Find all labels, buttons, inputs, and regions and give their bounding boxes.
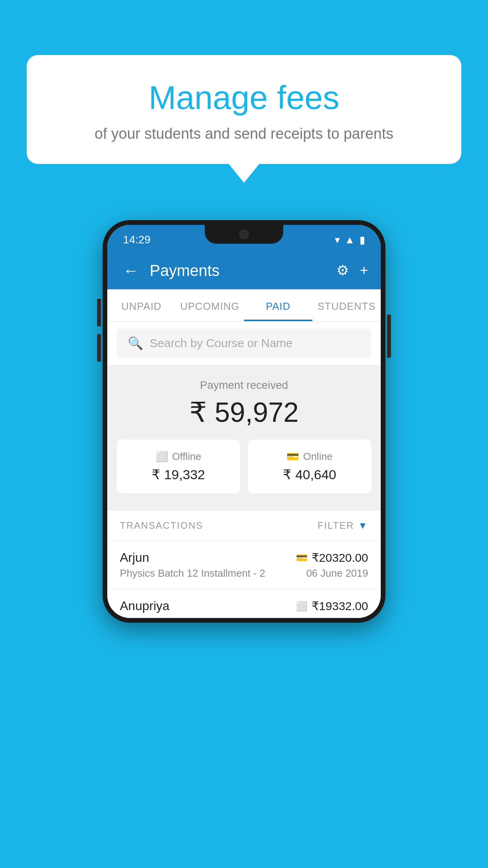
transaction-course: Physics Batch 12 Installment - 2 (120, 567, 265, 579)
online-amount: ₹ 40,640 (283, 467, 336, 482)
tab-unpaid[interactable]: UNPAID (107, 289, 176, 321)
phone-outer: 14:29 ▾ ▲ ▮ ← Payments ⚙ + UNPAID (103, 220, 385, 623)
transaction-amount-container: 💳 ₹20320.00 (296, 551, 368, 565)
transaction-row-top: Arjun 💳 ₹20320.00 (120, 550, 368, 565)
transaction-row-bottom: Physics Batch 12 Installment - 2 06 June… (120, 567, 368, 579)
signal-icon: ▲ (345, 234, 355, 246)
bubble-subtitle: of your students and send receipts to pa… (50, 125, 438, 142)
volume-down-button (97, 334, 101, 362)
bubble-title: Manage fees (50, 79, 438, 117)
tab-students[interactable]: STUDENTS (312, 289, 381, 321)
transaction-amount-container-2: ⬜ ₹19332.00 (296, 599, 368, 613)
phone-screen: 14:29 ▾ ▲ ▮ ← Payments ⚙ + UNPAID (107, 225, 381, 618)
online-card-header: 💳 Online (286, 451, 332, 463)
offline-label: Offline (172, 451, 202, 463)
power-button (387, 314, 391, 358)
filter-icon: ▼ (358, 520, 368, 531)
filter-button[interactable]: FILTER ▼ (317, 520, 368, 531)
volume-up-button (97, 299, 101, 326)
wifi-icon: ▾ (335, 234, 340, 246)
search-input[interactable]: Search by Course or Name (150, 337, 293, 350)
tabs-bar: UNPAID UPCOMING PAID STUDENTS (107, 289, 381, 322)
app-bar-actions: ⚙ + (336, 262, 368, 279)
transaction-row[interactable]: Arjun 💳 ₹20320.00 Physics Batch 12 Insta… (107, 541, 381, 589)
status-time: 14:29 (123, 234, 150, 246)
offline-card-header: ⬜ Offline (156, 451, 202, 463)
front-camera (239, 230, 249, 239)
online-icon: 💳 (286, 451, 299, 463)
phone-device: 14:29 ▾ ▲ ▮ ← Payments ⚙ + UNPAID (103, 220, 385, 623)
transaction-partial-top: Anupriya ⬜ ₹19332.00 (120, 599, 368, 613)
tab-paid[interactable]: PAID (244, 289, 312, 321)
app-bar: ← Payments ⚙ + (107, 252, 381, 289)
speech-bubble-container: Manage fees of your students and send re… (27, 55, 461, 164)
speech-bubble: Manage fees of your students and send re… (27, 55, 461, 164)
transaction-row-partial[interactable]: Anupriya ⬜ ₹19332.00 (107, 589, 381, 618)
transactions-label: TRANSACTIONS (120, 520, 203, 531)
offline-payment-card: ⬜ Offline ₹ 19,332 (117, 440, 240, 493)
battery-icon: ▮ (360, 234, 365, 246)
search-box[interactable]: 🔍 Search by Course or Name (117, 329, 371, 358)
filter-label: FILTER (317, 520, 354, 531)
payment-breakdown: ⬜ Offline ₹ 19,332 💳 Online ₹ 40,640 (117, 440, 371, 493)
payment-summary: Payment received ₹ 59,972 ⬜ Offline ₹ 19… (107, 365, 381, 504)
tab-upcoming[interactable]: UPCOMING (176, 289, 244, 321)
settings-button[interactable]: ⚙ (336, 262, 349, 279)
transaction-amount-2: ₹19332.00 (312, 599, 368, 613)
search-icon: 🔍 (128, 336, 143, 351)
transactions-header: TRANSACTIONS FILTER ▼ (107, 511, 381, 541)
transaction-type-icon-2: ⬜ (296, 601, 308, 612)
offline-amount: ₹ 19,332 (152, 467, 205, 482)
payment-total-amount: ₹ 59,972 (117, 396, 371, 428)
payment-received-label: Payment received (117, 379, 371, 392)
transaction-amount: ₹20320.00 (312, 551, 368, 565)
transaction-name-2: Anupriya (120, 599, 169, 613)
transaction-type-icon: 💳 (296, 552, 308, 563)
status-icons: ▾ ▲ ▮ (335, 234, 365, 246)
page-title: Payments (150, 262, 328, 280)
transaction-name: Arjun (120, 550, 149, 565)
add-button[interactable]: + (360, 262, 368, 279)
search-container: 🔍 Search by Course or Name (107, 322, 381, 365)
online-label: Online (303, 451, 332, 463)
phone-notch (205, 225, 283, 244)
offline-icon: ⬜ (156, 451, 168, 463)
back-button[interactable]: ← (120, 259, 142, 283)
transaction-date: 06 June 2019 (306, 567, 368, 579)
online-payment-card: 💳 Online ₹ 40,640 (248, 440, 371, 493)
